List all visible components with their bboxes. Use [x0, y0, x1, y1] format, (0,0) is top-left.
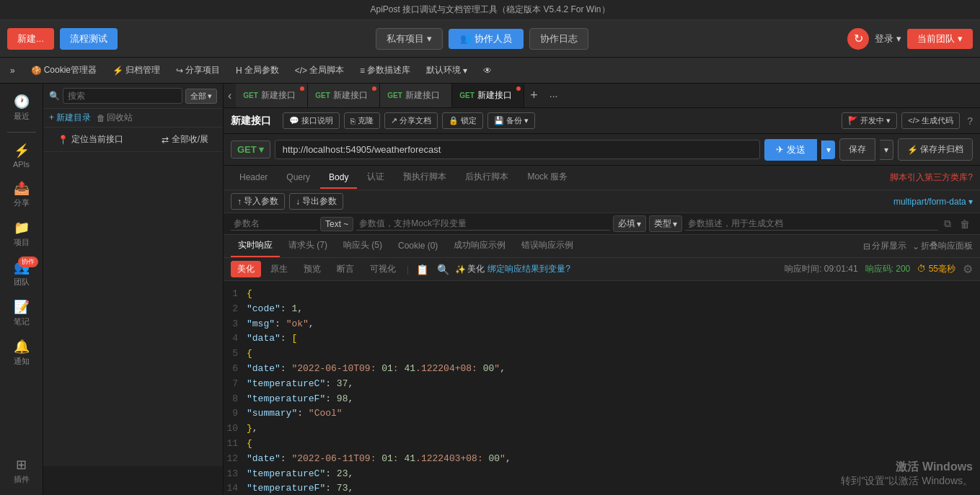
eye-button[interactable]: 👁 — [477, 63, 498, 78]
sidebar-item-project[interactable]: 📁 项目 — [0, 215, 43, 252]
save-button[interactable]: 保存 — [839, 138, 875, 161]
share-doc-button[interactable]: ↗ 分享文档 — [384, 112, 438, 129]
param-name-input[interactable] — [231, 217, 317, 231]
lock-button[interactable]: 🔒 锁定 — [442, 112, 483, 129]
search-input[interactable] — [63, 88, 182, 104]
bind-var-button[interactable]: 绑定响应结果到变量? — [487, 263, 570, 275]
share-project-button[interactable]: ↪ 分享项目 — [170, 62, 226, 79]
expand-button[interactable]: » — [4, 63, 21, 78]
save-arrow-button[interactable]: ▾ — [880, 140, 893, 160]
tab-more-button[interactable]: ··· — [544, 84, 564, 107]
param-value-input[interactable] — [356, 217, 609, 231]
sidebar-item-plugin[interactable]: ⊞ 插件 — [0, 452, 43, 489]
trash-icon: 🗑 — [97, 113, 105, 123]
resp-tab-error-example[interactable]: 错误响应示例 — [514, 235, 581, 257]
sidebar-item-team[interactable]: 协作 👥 团队 — [0, 255, 43, 292]
req-tab-body[interactable]: Body — [320, 167, 357, 189]
cookie-mgr-button[interactable]: 🍪 Cookie管理器 — [25, 62, 102, 79]
req-tab-mock[interactable]: Mock 服务 — [518, 166, 576, 189]
req-tab-header[interactable]: Header — [231, 167, 276, 189]
clone-button[interactable]: ⎘ 克隆 — [344, 112, 380, 129]
global-script-button[interactable]: </> 全局脚本 — [289, 62, 350, 79]
expand-all[interactable]: ⇄ 全部收/展 — [153, 130, 217, 148]
params-table: Text ~ 必填 ▾ 类型 ▾ ⧉ 🗑 — [224, 213, 980, 235]
split-view-button[interactable]: ⊟ 分屏显示 — [863, 240, 906, 252]
dev-status-button[interactable]: 🚩 开发中 ▾ — [842, 112, 897, 129]
resp-tab-resp-header[interactable]: 响应头 (5) — [336, 235, 389, 257]
recycle-button[interactable]: 🗑 回收站 — [97, 112, 133, 124]
login-button[interactable]: 登录 ▾ — [875, 32, 901, 45]
locate-current[interactable]: 📍 定位当前接口 — [49, 130, 132, 148]
preview-view-button[interactable]: 预览 — [297, 261, 327, 277]
tab-add-button[interactable]: + — [524, 84, 544, 107]
url-input[interactable] — [275, 140, 760, 159]
resp-tab-req-header[interactable]: 请求头 (7) — [281, 235, 335, 257]
send-arrow-button[interactable]: ▾ — [821, 141, 835, 159]
global-params-label: 全局参数 — [244, 64, 279, 76]
team-label: 当前团队 — [917, 32, 955, 45]
team-button[interactable]: 当前团队 ▾ — [907, 29, 973, 49]
mute-view-button[interactable]: 断言 — [330, 261, 361, 277]
sidebar-item-notify[interactable]: 🔔 通知 — [0, 334, 43, 371]
param-type-select2[interactable]: 类型 ▾ — [649, 215, 682, 232]
param-desc-button[interactable]: ≡ 参数描述库 — [354, 62, 416, 79]
archive-mgr-button[interactable]: ⚡ 归档管理 — [107, 62, 166, 79]
auto-beautify-button[interactable]: ✨ 美化 — [455, 263, 485, 275]
collab-button[interactable]: 👥 协作人员 — [449, 29, 524, 49]
collab-log-button[interactable]: 协作日志 — [529, 28, 588, 50]
flow-test-button[interactable]: 流程测试 — [60, 28, 118, 50]
import-params-button[interactable]: ↑ 导入参数 — [231, 193, 285, 210]
import-script-link[interactable]: 脚本引入第三方类库? — [890, 171, 973, 184]
tab-0[interactable]: GET 新建接口 — [236, 84, 308, 107]
tab-1[interactable]: GET 新建接口 — [308, 84, 380, 107]
response-settings-button[interactable]: ⚙ — [963, 262, 973, 276]
visual-view-button[interactable]: 可视化 — [363, 261, 402, 277]
tab-3[interactable]: GET 新建接口 — [452, 84, 524, 107]
param-copy-button[interactable]: ⧉ — [941, 216, 954, 231]
sidebar-item-share[interactable]: 📤 分享 — [0, 176, 43, 213]
method-select[interactable]: GET ▾ — [231, 141, 270, 159]
search-response-button[interactable]: 🔍 — [434, 262, 452, 277]
backup-button[interactable]: 💾 备份 ▾ — [487, 112, 535, 129]
param-desc-input[interactable] — [685, 217, 938, 231]
tab-2[interactable]: GET 新建接口 — [380, 84, 452, 107]
global-params-button[interactable]: H 全局参数 — [230, 62, 285, 79]
copy-button[interactable]: 📋 — [413, 262, 431, 277]
resp-tab-success-example[interactable]: 成功响应示例 — [446, 235, 513, 257]
param-delete-button[interactable]: 🗑 — [957, 217, 973, 231]
export-params-button[interactable]: ↓ 导出参数 — [289, 193, 343, 210]
tab-nav-left[interactable]: ‹ — [224, 84, 236, 107]
new-dir-button[interactable]: + 新建目录 — [49, 112, 91, 124]
send-button[interactable]: ✈ 发送 — [764, 139, 817, 161]
desc-button[interactable]: 💬 接口说明 — [283, 112, 340, 129]
beautify-view-button[interactable]: 美化 — [231, 261, 261, 277]
req-tab-header-label: Header — [239, 172, 268, 182]
req-tab-auth[interactable]: 认证 — [358, 166, 393, 189]
my-project-button[interactable]: 私有项目 ▾ — [376, 28, 443, 50]
line-number: 4 — [224, 331, 247, 347]
refresh-button[interactable]: ↻ — [847, 28, 869, 50]
help-icon[interactable]: ? — [967, 115, 973, 127]
fold-panel-button[interactable]: ⌄ 折叠响应面板 — [912, 240, 973, 252]
chevron-form-icon: ▾ — [968, 197, 973, 207]
req-tab-pre-script[interactable]: 预执行脚本 — [394, 166, 455, 189]
all-select[interactable]: 全部 ▾ — [185, 89, 217, 104]
raw-view-button[interactable]: 原生 — [264, 261, 294, 277]
req-tab-query[interactable]: Query — [278, 167, 319, 189]
code-line: 13 "temperatureC": 23, — [224, 467, 980, 482]
sidebar-item-recent[interactable]: 🕐 最近 — [0, 89, 43, 126]
param-type-select[interactable]: Text ~ — [320, 217, 353, 231]
sidebar-item-api[interactable]: ⚡ APIs — [0, 138, 43, 173]
new-button[interactable]: 新建... — [7, 28, 54, 50]
line-content: "msg": "ok", — [247, 317, 314, 332]
gen-code-button[interactable]: </> 生成代码 — [901, 112, 960, 129]
expand-icon: » — [10, 66, 15, 76]
resp-tab-cookie[interactable]: Cookie (0) — [391, 236, 445, 257]
save-archive-button[interactable]: ⚡ 保存并归档 — [898, 138, 973, 161]
req-tab-post-script[interactable]: 后执行脚本 — [456, 166, 517, 189]
backup-icon: 💾 — [494, 116, 504, 125]
default-env-button[interactable]: 默认环境 ▾ — [420, 62, 473, 79]
resp-tab-realtime[interactable]: 实时响应 — [231, 235, 280, 257]
sidebar-item-note[interactable]: 📝 笔记 — [0, 295, 43, 331]
param-required-select[interactable]: 必填 ▾ — [613, 215, 646, 232]
